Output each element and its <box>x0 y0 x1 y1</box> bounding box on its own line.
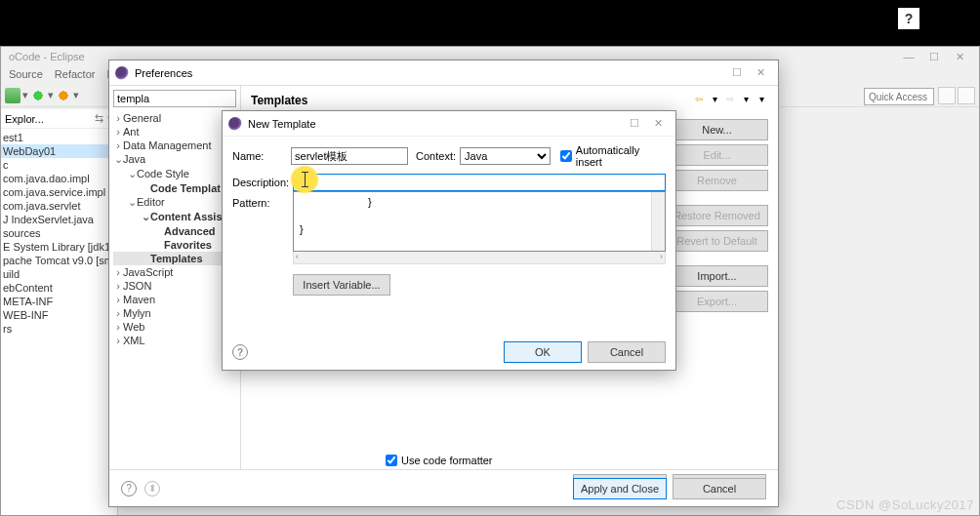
dropdown-icon[interactable]: ▾ <box>739 92 753 105</box>
import-button[interactable]: Import... <box>666 265 768 287</box>
pref-tree-item[interactable]: ⌄Code Style <box>113 167 236 181</box>
explorer-item[interactable]: com.java.service.impl <box>1 185 117 199</box>
explorer-item[interactable]: uild <box>1 267 117 281</box>
import-export-icon[interactable]: ⬍ <box>144 481 160 496</box>
toolbar-dropdown-icon[interactable]: ▾ <box>73 89 79 101</box>
pref-tree-item[interactable]: ›Ant <box>113 125 236 139</box>
caret-icon[interactable]: ⌄ <box>127 196 137 209</box>
close-icon[interactable]: ✕ <box>948 49 971 64</box>
caret-icon[interactable]: › <box>113 280 123 292</box>
perspective-javaee-icon[interactable] <box>958 87 975 104</box>
perspective-java-icon[interactable] <box>938 87 956 104</box>
use-formatter-checkbox[interactable] <box>386 455 397 466</box>
caret-icon[interactable]: ⌄ <box>141 211 150 223</box>
pref-tree-item[interactable]: ⌄Java <box>113 152 236 167</box>
run-icon[interactable] <box>30 88 46 103</box>
auto-insert-checkbox[interactable] <box>560 150 572 162</box>
vertical-scrollbar[interactable] <box>651 192 665 251</box>
explorer-item[interactable]: sources <box>1 226 117 240</box>
apply-close-button[interactable]: Apply and Close <box>573 478 667 499</box>
explorer-item[interactable]: com.java.servlet <box>1 199 117 213</box>
help-icon[interactable]: ? <box>232 344 248 360</box>
caret-icon[interactable]: › <box>113 139 123 151</box>
help-icon[interactable]: ? <box>898 8 919 29</box>
explorer-item[interactable]: pache Tomcat v9.0 [sm <box>1 254 117 267</box>
pref-tree-item[interactable]: ›Maven <box>113 293 236 306</box>
new-template-dialog: New Template ☐ ✕ Name: Context: Java Aut… <box>222 110 676 371</box>
horizontal-scrollbar[interactable]: ‹ › <box>293 252 666 264</box>
menu-refactor[interactable]: Refactor <box>51 66 100 84</box>
explorer-tab-label[interactable]: Explor... <box>5 113 44 125</box>
minimize-icon[interactable]: — <box>897 49 920 64</box>
toolbar-dropdown-icon[interactable]: ▾ <box>22 89 28 101</box>
nav-fwd-icon[interactable]: ⇨ <box>723 92 737 105</box>
cancel-button[interactable]: Cancel <box>588 341 666 363</box>
context-select[interactable]: Java <box>460 147 551 165</box>
menu-source[interactable]: Source <box>5 66 47 84</box>
explorer-item[interactable]: WEB-INF <box>1 308 117 322</box>
pref-tree-item[interactable]: Code Templat <box>113 181 236 195</box>
link-editor-icon[interactable]: ⇆ <box>95 112 103 125</box>
explorer-item[interactable]: WebDay01 <box>1 144 117 158</box>
toolbar-icon[interactable] <box>5 88 20 103</box>
caret-icon[interactable]: › <box>113 126 123 138</box>
caret-icon[interactable]: ⌄ <box>113 153 123 166</box>
edit-button[interactable]: Edit... <box>666 144 768 166</box>
tmpl-close-icon[interactable]: ✕ <box>646 116 670 132</box>
explorer-item[interactable]: c <box>1 158 117 172</box>
tmpl-maximize-icon[interactable]: ☐ <box>623 116 646 132</box>
remove-button[interactable]: Remove <box>666 170 768 191</box>
pattern-textarea[interactable]: } } <box>293 191 666 252</box>
explorer-item[interactable]: rs <box>1 322 117 336</box>
pref-close-icon[interactable]: ✕ <box>749 65 772 81</box>
cancel-button[interactable]: Cancel <box>673 478 766 499</box>
description-input[interactable] <box>293 174 666 191</box>
caret-icon[interactable]: › <box>113 266 123 278</box>
quick-access-input[interactable] <box>864 88 934 105</box>
caret-icon[interactable]: › <box>113 321 123 333</box>
page-top-blackbar: ? <box>0 0 980 39</box>
export-button[interactable]: Export... <box>666 291 768 312</box>
pref-tree-item[interactable]: ›XML <box>113 334 236 347</box>
pref-tree-item[interactable]: ›JavaScript <box>113 265 236 279</box>
maximize-icon[interactable]: ☐ <box>922 49 946 64</box>
pref-tree-item[interactable]: ›General <box>113 111 236 125</box>
explorer-item[interactable]: com.java.dao.impl <box>1 172 117 185</box>
pref-tree-item[interactable]: ›Web <box>113 320 236 334</box>
nav-back-icon[interactable]: ⇦ <box>692 92 706 105</box>
pref-tree-item[interactable]: ›JSON <box>113 279 236 293</box>
caret-icon[interactable]: ⌄ <box>127 168 137 180</box>
pref-maximize-icon[interactable]: ☐ <box>725 65 749 81</box>
caret-icon[interactable]: › <box>113 307 123 319</box>
pref-tree-item[interactable]: Templates <box>113 252 236 265</box>
new-button[interactable]: New... <box>666 119 768 140</box>
caret-icon[interactable]: › <box>113 335 123 346</box>
caret-icon[interactable]: › <box>113 112 123 124</box>
name-input[interactable] <box>291 147 408 165</box>
explorer-item[interactable]: J IndexServlet.java <box>1 213 117 226</box>
help-icon[interactable]: ? <box>121 481 137 496</box>
revert-default-button[interactable]: Revert to Default <box>666 230 768 252</box>
dropdown-icon[interactable]: ▾ <box>708 92 721 105</box>
pref-tree-item[interactable]: ⌄Editor <box>113 195 236 210</box>
preferences-filter-input[interactable] <box>113 90 236 107</box>
pref-tree-item[interactable]: ›Data Management <box>113 139 236 152</box>
pref-tree-item[interactable]: Favorites <box>113 238 236 252</box>
pref-tree-item[interactable]: ›Mylyn <box>113 306 236 320</box>
insert-variable-button[interactable]: Insert Variable... <box>293 274 390 296</box>
watermark-text: CSDN @SoLucky2017 <box>837 497 974 512</box>
new-template-titlebar[interactable]: New Template ☐ ✕ <box>223 111 675 137</box>
preferences-titlebar[interactable]: Preferences ☐ ✕ <box>109 60 778 86</box>
debug-icon[interactable] <box>56 88 71 103</box>
explorer-item[interactable]: META-INF <box>1 295 117 308</box>
pref-tree-item[interactable]: ⌄Content Assist <box>113 210 236 224</box>
explorer-item[interactable]: est1 <box>1 131 117 144</box>
ok-button[interactable]: OK <box>504 341 582 363</box>
toolbar-dropdown-icon[interactable]: ▾ <box>48 89 54 101</box>
pref-tree-item[interactable]: Advanced <box>113 224 236 238</box>
explorer-item[interactable]: ebContent <box>1 281 117 295</box>
explorer-item[interactable]: E System Library [jdk1 <box>1 240 117 254</box>
restore-removed-button[interactable]: Restore Removed <box>666 205 768 226</box>
caret-icon[interactable]: › <box>113 294 123 305</box>
menu-icon[interactable]: ▾ <box>755 92 768 105</box>
